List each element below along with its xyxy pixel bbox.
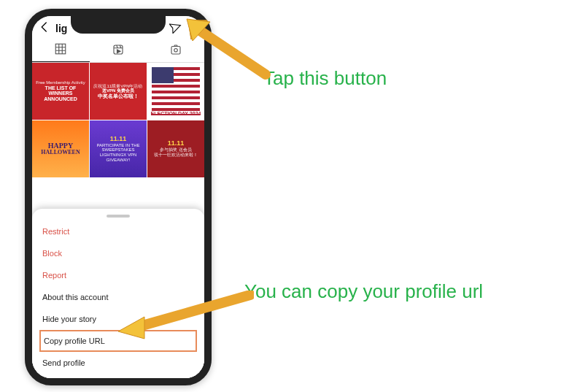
- sheet-item-block[interactable]: Block: [32, 242, 204, 264]
- post-thumbnail[interactable]: HAPPY HALLOWEEN: [32, 120, 89, 177]
- reels-icon: [112, 43, 125, 56]
- sheet-grabber[interactable]: [107, 215, 130, 218]
- sheet-item-hide-story[interactable]: Hide your story: [32, 308, 204, 330]
- svg-point-3: [174, 48, 177, 52]
- sheet-item-restrict[interactable]: Restrict: [32, 220, 204, 242]
- post-title: 11.11: [168, 140, 185, 147]
- tagged-icon: [169, 43, 182, 56]
- post-subtitle: ANNOUNCED: [44, 96, 77, 102]
- options-bottom-sheet: Restrict Block Report About this account…: [32, 209, 204, 378]
- post-thumbnail[interactable]: Free Membership Activity THE LIST OF WIN…: [32, 63, 89, 120]
- phone-notch: [71, 16, 166, 34]
- us-flag-canton: [152, 67, 174, 83]
- more-options-icon[interactable]: [187, 24, 198, 34]
- post-thumbnail[interactable]: 庆祝双11限量VPN年活动 送VPN 免费会员 中奖名单公布啦！: [90, 63, 147, 120]
- post-title: 中奖名单公布啦！: [98, 93, 139, 99]
- post-thumbnail[interactable]: 11.11 PARTICIPATE IN THE SWEEPSTAKES LIG…: [90, 120, 147, 177]
- post-thumbnail[interactable]: ELECTION DAY 2024: [147, 63, 204, 120]
- annotation-bottom-text: You can copy your profile url: [244, 280, 483, 303]
- back-icon[interactable]: [38, 20, 51, 36]
- svg-rect-0: [56, 44, 66, 54]
- sheet-item-copy-url[interactable]: Copy profile URL: [41, 331, 196, 350]
- post-note: 庆祝双11限量VPN年活动: [93, 84, 142, 89]
- post-title: ELECTION DAY 2024: [147, 111, 204, 117]
- annotation-top-text: Tap this button: [263, 67, 387, 90]
- post-title: 11.11: [110, 136, 127, 143]
- tab-tagged[interactable]: [147, 36, 204, 62]
- sheet-item-report[interactable]: Report: [32, 264, 204, 286]
- posts-grid: Free Membership Activity THE LIST OF WIN…: [32, 63, 204, 177]
- post-title: THE LIST OF WINNERS: [34, 85, 87, 96]
- post-thumbnail[interactable]: 11.11 参与抽奖 送会员 双十一狂欢活动来啦！: [147, 120, 204, 177]
- post-note: Free Membership Activity: [36, 80, 85, 85]
- profile-username: lig: [55, 23, 67, 34]
- phone-frame: lig Free Membership Activity: [25, 9, 212, 385]
- sheet-item-send-profile[interactable]: Send profile: [32, 352, 204, 374]
- post-subtitle: PARTICIPATE IN THE SWEEPSTAKES LIGHTNING…: [92, 143, 144, 162]
- grid-icon: [54, 42, 67, 55]
- app-screen: lig Free Membership Activity: [32, 16, 204, 378]
- tab-posts-grid[interactable]: [32, 36, 90, 62]
- profile-tabs: [32, 36, 204, 63]
- copy-url-highlight: Copy profile URL: [39, 330, 197, 352]
- post-subtitle: 参与抽奖 送会员 双十一狂欢活动来啦！: [154, 147, 198, 157]
- svg-rect-2: [171, 46, 180, 54]
- tab-reels[interactable]: [90, 36, 147, 62]
- post-subtitle: HALLOWEEN: [41, 150, 80, 156]
- share-icon[interactable]: [169, 20, 182, 36]
- sheet-item-about[interactable]: About this account: [32, 286, 204, 308]
- post-subtitle: 送VPN 免费会员: [102, 88, 134, 93]
- sheet-backdrop: Restrict Block Report About this account…: [32, 177, 204, 378]
